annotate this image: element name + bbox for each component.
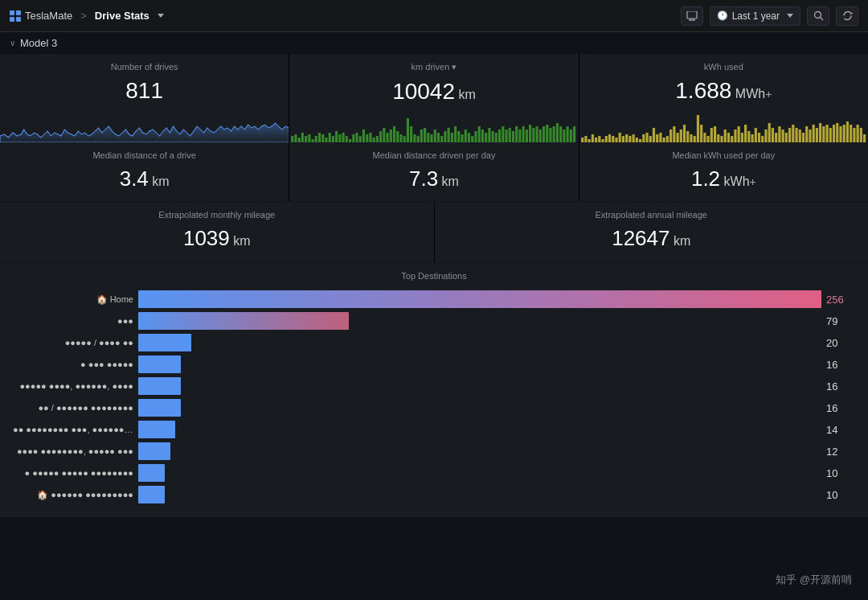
svg-rect-80 (542, 126, 545, 142)
svg-rect-101 (618, 133, 620, 142)
svg-rect-63 (485, 133, 487, 142)
collapse-icon[interactable]: ∨ (10, 39, 15, 47)
svg-rect-139 (747, 131, 750, 142)
svg-rect-38 (400, 134, 403, 142)
svg-rect-27 (362, 129, 365, 142)
svg-rect-121 (686, 131, 689, 142)
svg-rect-35 (390, 129, 392, 142)
svg-rect-133 (727, 133, 730, 142)
destination-bar-wrap (138, 399, 821, 417)
monitor-icon-btn[interactable] (681, 6, 703, 26)
svg-rect-119 (679, 129, 682, 142)
svg-rect-98 (608, 134, 611, 142)
svg-rect-97 (604, 136, 607, 142)
svg-rect-52 (448, 128, 450, 142)
destination-row: ●●●● ●●●●●●●●, ●●●●● ●●●12 (13, 442, 855, 460)
svg-rect-128 (710, 128, 712, 142)
svg-rect-124 (697, 115, 699, 142)
refresh-icon-btn[interactable] (836, 6, 858, 26)
svg-rect-127 (706, 136, 709, 142)
drives-chart (0, 112, 289, 142)
svg-rect-125 (700, 125, 702, 142)
destination-label: ●●●●● / ●●●● ●● (13, 338, 133, 347)
destination-count: 10 (826, 467, 855, 479)
svg-rect-18 (332, 136, 334, 142)
drives-value: 811 (11, 78, 277, 104)
svg-rect-104 (628, 136, 631, 142)
annual-mileage-title: Extrapolated annual mileage (446, 210, 858, 220)
svg-rect-142 (758, 133, 760, 142)
svg-rect-20 (339, 134, 342, 142)
median-dist-title: Median distance of a drive (11, 150, 277, 160)
svg-rect-6 (291, 136, 293, 142)
destination-bar-wrap (138, 377, 821, 395)
destination-row: ●●●79 (13, 312, 855, 330)
destination-label: 🏠 Home (13, 294, 133, 305)
svg-rect-31 (376, 136, 379, 142)
destination-label: 🏠 ●●●●●● ●●●●●●●●● (13, 490, 133, 500)
destination-bar (138, 421, 175, 438)
destinations-title: Top Destinations (13, 271, 855, 281)
stats-row-1: Number of drives 811 km driven ▾ 10042 k… (0, 54, 868, 142)
svg-rect-88 (570, 129, 572, 142)
svg-rect-108 (642, 134, 645, 142)
svg-rect-65 (492, 131, 494, 142)
svg-rect-170 (853, 128, 855, 142)
svg-rect-140 (751, 134, 753, 142)
svg-rect-172 (859, 128, 862, 142)
page-title-dropdown-icon[interactable] (158, 14, 164, 18)
app-name: TeslaMate (25, 10, 72, 22)
svg-rect-135 (734, 129, 736, 142)
search-icon-btn[interactable] (807, 6, 829, 26)
destination-bar (138, 464, 165, 482)
kwh-title: kWh used (591, 62, 857, 72)
svg-rect-91 (584, 136, 587, 142)
svg-rect-153 (795, 128, 797, 142)
destination-row: 🏠 Home256 (13, 290, 855, 308)
svg-rect-10 (305, 136, 307, 142)
svg-rect-14 (318, 133, 321, 142)
destination-bar-wrap (138, 312, 821, 330)
svg-rect-41 (410, 126, 412, 142)
svg-rect-154 (798, 129, 800, 142)
destination-row: ● ●●●●● ●●●●● ●●●●●●●●10 (13, 464, 855, 482)
watermark: 知乎 @开源前哨 (776, 573, 852, 587)
svg-rect-132 (723, 129, 726, 142)
monthly-mileage-card: Extrapolated monthly mileage 1039 km (0, 202, 434, 262)
svg-rect-151 (788, 128, 791, 142)
svg-rect-165 (836, 123, 838, 142)
svg-rect-156 (805, 126, 808, 142)
svg-rect-34 (387, 133, 389, 142)
time-range-label: Last 1 year (732, 10, 780, 22)
median-dist-card: Median distance of a drive 3.4 km (0, 142, 289, 201)
destination-bar (138, 399, 181, 417)
svg-rect-64 (489, 128, 491, 142)
svg-rect-173 (863, 134, 866, 142)
destinations-rows: 🏠 Home256●●●79●●●●● / ●●●● ●●20● ●●● ●●●… (13, 290, 855, 503)
svg-rect-159 (815, 128, 817, 142)
time-range-selector[interactable]: 🕐 Last 1 year (710, 6, 800, 26)
svg-rect-84 (556, 123, 559, 142)
median-dist-day-card: Median distance driven per day 7.3 km (289, 142, 578, 201)
destination-bar-wrap (138, 464, 821, 482)
svg-rect-116 (669, 129, 672, 142)
svg-rect-58 (468, 133, 470, 142)
svg-rect-68 (502, 126, 505, 142)
svg-rect-138 (744, 125, 747, 142)
destination-bar (138, 377, 181, 395)
svg-rect-28 (366, 134, 368, 142)
svg-rect-82 (550, 128, 552, 142)
monitor-icon (686, 11, 698, 21)
svg-rect-79 (539, 129, 542, 142)
destination-row: ●● ●●●●●●●● ●●●, ●●●●●●●●14 (13, 421, 855, 438)
model-label: Model 3 (20, 37, 57, 49)
destination-row: 🏠 ●●●●●● ●●●●●●●●●10 (13, 486, 855, 503)
clock-icon: 🕐 (717, 10, 728, 21)
svg-rect-56 (461, 134, 464, 142)
svg-rect-50 (440, 136, 443, 142)
refresh-icon (842, 10, 853, 21)
svg-rect-74 (522, 126, 525, 142)
svg-rect-44 (420, 129, 423, 142)
svg-rect-86 (563, 129, 566, 142)
svg-rect-160 (819, 123, 821, 142)
